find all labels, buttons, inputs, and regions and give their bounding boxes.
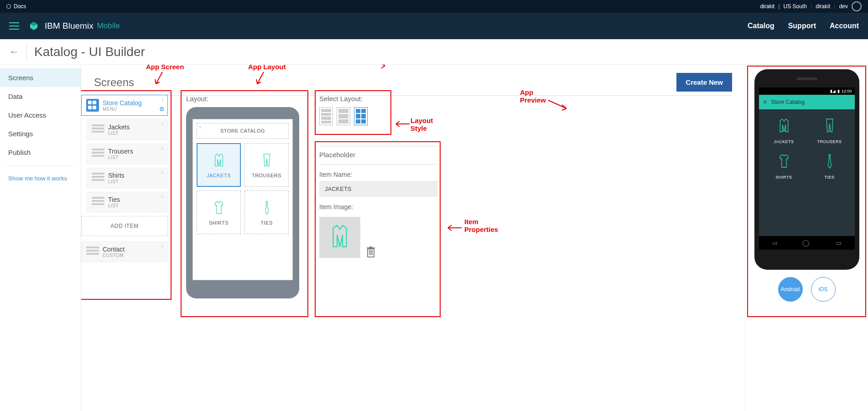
jacket-icon (774, 117, 794, 136)
screen-card-store-catalog[interactable]: Store CatalogMENU ⠿ ⚙ (81, 95, 168, 116)
sidebar-item-publish[interactable]: Publish (0, 143, 81, 162)
layout-option-list[interactable] (319, 107, 333, 125)
preview-tile-label: TROUSERS (817, 139, 842, 144)
nav-bar: IBM Bluemix Mobile Catalog Support Accou… (0, 13, 868, 39)
jacket-icon (210, 152, 228, 170)
shirt-icon (774, 152, 794, 171)
item-name-input[interactable]: JACKETS (319, 181, 438, 197)
screen-subtitle: MENU (103, 107, 142, 112)
recent-soft-icon[interactable]: ▭ (836, 239, 842, 247)
layout-tile[interactable]: TROUSERS (244, 143, 289, 187)
sidebar: Screens Data User Access Settings Publis… (0, 65, 81, 411)
preview-tile[interactable]: TIES (809, 152, 850, 180)
avatar[interactable] (852, 1, 862, 11)
create-new-button[interactable]: Create New (676, 73, 732, 92)
preview-tile[interactable]: SHIRTS (764, 152, 805, 180)
phone-mockup: STORE CATALOG JACKETS TROUSERS SHIRTS TI… (186, 107, 299, 298)
tie-icon (820, 152, 839, 171)
annotation-item-props: Item Properties (464, 218, 498, 233)
tile-label: JACKETS (207, 173, 231, 178)
drag-handle-icon[interactable]: ⠿ (161, 171, 165, 175)
arrow-icon (446, 223, 463, 232)
hamburger-icon[interactable]: ≡ (764, 99, 767, 105)
preview-tile[interactable]: JACKETS (764, 117, 805, 144)
annotation-layout-style: Layout Style (411, 117, 433, 132)
sidebar-item-user-access[interactable]: User Access (0, 106, 81, 124)
soft-nav: ◅ ◯ ▭ (759, 236, 855, 250)
main: Screens Data User Access Settings Publis… (0, 65, 868, 411)
tile-label: TIES (260, 220, 272, 226)
tile-label: SHIRTS (209, 220, 229, 226)
screen-subtitle: LIST (108, 203, 120, 208)
screen-card[interactable]: Trousers LIST ⠿ (87, 144, 168, 164)
select-layout-label: Select Layout: (319, 95, 368, 103)
layout-option-rows[interactable] (337, 107, 350, 125)
list-icon (86, 247, 99, 257)
trash-icon[interactable] (365, 244, 377, 258)
screen-card[interactable]: Shirts LIST ⠿ (87, 168, 168, 188)
region[interactable]: US South (784, 3, 807, 10)
drag-handle-icon[interactable]: ⠿ (161, 147, 165, 151)
item-image-preview[interactable] (319, 217, 360, 258)
select-layout-column: Select Layout: (319, 95, 368, 125)
preview-tile-label: TIES (824, 175, 834, 180)
screen-subtitle: LIST (108, 131, 130, 136)
layout-option-grid[interactable] (354, 107, 368, 125)
screen-card[interactable]: Jackets LIST ⠿ (87, 119, 168, 140)
tie-icon (258, 199, 276, 217)
brand-subtitle[interactable]: Mobile (97, 21, 120, 31)
bluemix-logo-icon (29, 21, 38, 31)
layout-tile[interactable]: SHIRTS (197, 190, 241, 234)
screen-card[interactable]: Ties LIST ⠿ (87, 192, 168, 212)
status-bar: ▮◢ ▮ 12:00 (759, 87, 855, 95)
status-time: 12:00 (842, 89, 852, 93)
page-title: Katalog - UI Builder (34, 45, 145, 59)
battery-icon: ▮ (837, 89, 840, 93)
screen-title: Store Catalog (103, 99, 142, 107)
screen-list: Store CatalogMENU ⠿ ⚙ Jackets LIST ⠿ Tro… (81, 95, 168, 266)
drag-handle-icon[interactable]: ⠿ (161, 98, 165, 103)
user-name[interactable]: dirakit (760, 3, 774, 10)
docs-bar: Docs dirakit | US South : dirakit : dev (0, 0, 868, 13)
back-soft-icon[interactable]: ◅ (772, 239, 777, 247)
trousers-icon (258, 152, 276, 170)
shirt-icon (210, 199, 228, 217)
arrow-icon (255, 71, 268, 87)
arrow-icon (371, 65, 388, 71)
nav-catalog[interactable]: Catalog (748, 22, 774, 30)
drag-handle-icon[interactable]: ⠿ (161, 245, 165, 249)
nav-support[interactable]: Support (788, 22, 816, 30)
docs-link[interactable]: Docs (14, 3, 26, 10)
gear-icon[interactable]: ⚙ (159, 106, 165, 113)
drag-handle-icon[interactable]: ⠿ (161, 123, 165, 127)
tile-label: TROUSERS (252, 173, 281, 178)
nav-account[interactable]: Account (830, 22, 859, 30)
layout-tile[interactable]: JACKETS (197, 143, 241, 187)
brand-title[interactable]: IBM Bluemix (45, 21, 94, 31)
screen-subtitle: LIST (108, 179, 125, 184)
signal-icon: ▮◢ (830, 89, 836, 93)
add-item-button[interactable]: ADD ITEM (81, 216, 168, 236)
layout-column: Layout: STORE CATALOG JACKETS TROUSERS S… (186, 95, 303, 298)
screen-card-contact[interactable]: ContactCUSTOM ⠿ (81, 241, 168, 262)
help-link[interactable]: Show me how it works (0, 170, 81, 187)
sidebar-item-screens[interactable]: Screens (0, 68, 81, 87)
list-icon (92, 124, 104, 135)
drag-handle-icon[interactable]: ⠿ (161, 195, 165, 200)
arrow-icon (547, 98, 568, 112)
grid-icon (86, 99, 99, 112)
back-arrow-icon[interactable]: ← (9, 46, 19, 58)
layout-tile[interactable]: TIES (244, 190, 289, 234)
layout-title-input[interactable]: STORE CATALOG (197, 123, 289, 139)
home-soft-icon[interactable]: ◯ (802, 239, 810, 247)
sidebar-item-data[interactable]: Data (0, 87, 81, 106)
list-icon (92, 149, 104, 159)
preview-tile[interactable]: TROUSERS (809, 117, 850, 144)
annotation-app-preview: App Preview (520, 88, 546, 104)
menu-icon[interactable] (9, 22, 19, 30)
space[interactable]: dev (839, 3, 848, 10)
sidebar-item-settings[interactable]: Settings (0, 124, 81, 143)
org[interactable]: dirakit (816, 3, 830, 10)
list-icon (92, 173, 104, 184)
screen-title: Ties (108, 196, 120, 203)
